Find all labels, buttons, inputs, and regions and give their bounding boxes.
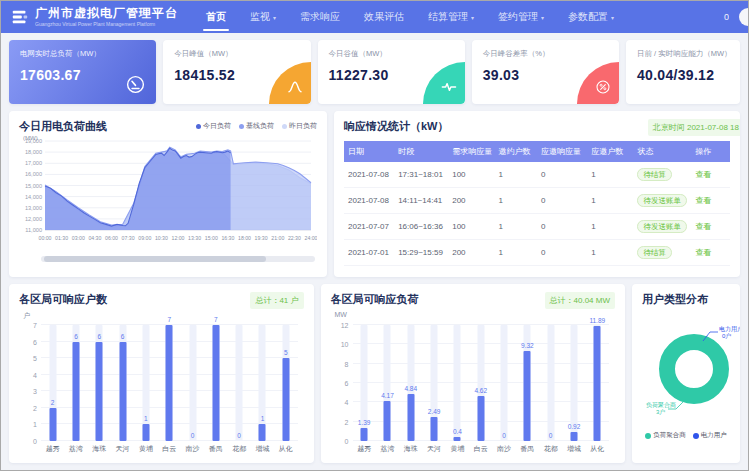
nav-item-label: 监视 (250, 10, 270, 24)
bar-fill (570, 432, 577, 441)
legend-item-负荷聚合商[interactable]: 负荷聚合商 (645, 431, 686, 440)
cell-period: 17:31~18:01 (394, 162, 448, 188)
table-row: 2021-07-0814:11~14:41200101待发送账单查看 (344, 188, 730, 214)
view-link[interactable]: 查看 (695, 196, 711, 205)
bar-fill (361, 428, 368, 441)
bar-黄埔: 0.4 (446, 325, 469, 441)
district-load-card: 各区局可响应负荷 总计：40.04 MW MW0246810121.394.17… (321, 284, 626, 463)
svg-text:14,000: 14,000 (25, 194, 42, 200)
nav-item-6[interactable]: 参数配置▾ (556, 1, 626, 33)
svg-text:16:30: 16:30 (221, 235, 234, 241)
cell-resp_users: 1 (587, 188, 633, 214)
kpi-card-today-peak: 今日峰值（MW）18415.52 (163, 40, 310, 104)
view-link[interactable]: 查看 (695, 222, 711, 231)
kpi-label: 日前 / 实时响应能力（MW） (637, 49, 729, 59)
app-title: 广州市虚拟电厂管理平台 (35, 7, 178, 20)
bar-value-label: 5 (268, 349, 303, 356)
bar-track (236, 325, 243, 441)
cell-invited: 1 (495, 214, 537, 240)
user-type-legend: 负荷聚合商电力用户 (642, 431, 730, 440)
bar-track (547, 325, 554, 441)
legend-item-今日负荷[interactable]: 今日负荷 (196, 121, 231, 131)
cell-demand: 200 (448, 188, 494, 214)
bar-白云: 4.62 (469, 325, 492, 441)
gauge-icon (125, 74, 146, 95)
nav-item-2[interactable]: 需求响应 (288, 1, 352, 33)
bar-fill (72, 342, 79, 441)
district-users-title: 各区局可响应户数 (19, 292, 107, 307)
main-nav: 首页监视▾需求响应效果评估结算管理▾签约管理▾参数配置▾ (194, 1, 626, 33)
nav-item-0[interactable]: 首页 (194, 1, 238, 33)
svg-text:13:30: 13:30 (188, 235, 201, 241)
legend-dot (282, 124, 287, 129)
chevron-down-icon: ▾ (541, 14, 544, 21)
bar-海珠: 4.84 (399, 325, 422, 441)
view-link[interactable]: 查看 (695, 248, 711, 257)
view-link[interactable]: 查看 (695, 170, 711, 179)
bar-plot-area: 0246810121.394.174.842.490.44.6209.3200.… (353, 325, 610, 441)
legend-label: 负荷聚合商 (653, 431, 686, 440)
cell-date: 2021-07-08 (344, 188, 394, 214)
svg-text:负荷聚合商: 负荷聚合商 (646, 401, 676, 409)
cell-period: 16:06~16:36 (394, 214, 448, 240)
column-header: 应邀响应量 (537, 141, 587, 162)
kpi-row: 电网实时总负荷（MW）17603.67今日峰值（MW）18415.52今日谷值（… (9, 40, 740, 104)
district-load-title: 各区局可响应负荷 (331, 292, 419, 307)
legend-label: 基线负荷 (246, 121, 274, 131)
bar-fill (431, 417, 438, 441)
load-curve-legend: 今日负荷基线负荷昨日负荷 (196, 121, 317, 131)
x-tick-label: 番禺 (516, 444, 539, 455)
cell-action: 查看 (691, 214, 730, 240)
svg-text:(MW): (MW) (23, 135, 38, 141)
y-tick-label: 6 (345, 380, 349, 387)
y-tick-label: 4 (345, 399, 349, 406)
bar-越秀: 2 (41, 325, 64, 441)
svg-text:18:00: 18:00 (238, 235, 251, 241)
nav-item-3[interactable]: 效果评估 (352, 1, 416, 33)
notification-count[interactable]: 0 (724, 12, 729, 22)
cell-action: 查看 (691, 162, 730, 188)
bar-value-label: 7 (152, 316, 187, 323)
nav-item-4[interactable]: 结算管理▾ (416, 1, 486, 33)
kpi-label: 电网实时总负荷（MW） (20, 49, 145, 59)
x-tick-label: 增城 (562, 444, 585, 455)
cell-action: 查看 (691, 240, 730, 266)
svg-text:01:30: 01:30 (55, 235, 68, 241)
x-tick-label: 天河 (422, 444, 445, 455)
x-tick-label: 海珠 (88, 444, 111, 455)
bar-fill (96, 342, 103, 441)
user-type-donut-chart: 电力用户0户负荷聚合商3户 (642, 311, 740, 427)
bar-越秀: 1.39 (353, 325, 376, 441)
y-axis-unit: MW (335, 311, 347, 318)
y-tick-label: 3 (33, 388, 37, 395)
legend-dot (645, 433, 651, 439)
nav-item-5[interactable]: 签约管理▾ (486, 1, 556, 33)
cell-period: 15:29~15:59 (394, 240, 448, 266)
x-tick-label: 黄埔 (134, 444, 157, 455)
chevron-down-icon: ▾ (611, 14, 614, 21)
legend-item-基线负荷[interactable]: 基线负荷 (239, 121, 274, 131)
x-tick-label: 荔湾 (376, 444, 399, 455)
x-tick-label: 南沙 (181, 444, 204, 455)
legend-item-昨日负荷[interactable]: 昨日负荷 (282, 121, 317, 131)
legend-item-电力用户[interactable]: 电力用户 (693, 431, 727, 440)
datazoom-slider[interactable] (41, 256, 315, 262)
nav-item-1[interactable]: 监视▾ (238, 1, 288, 33)
cell-status: 待结算 (633, 162, 691, 188)
bar-增城: 0.92 (562, 325, 585, 441)
bar-fill (259, 424, 266, 441)
cell-resp_users: 1 (587, 162, 633, 188)
nav-item-label: 需求响应 (300, 10, 340, 24)
avatar[interactable] (739, 8, 748, 26)
beijing-time-badge: 北京时间 2021-07-08 18 (648, 119, 740, 136)
status-badge: 待发送账单 (637, 220, 687, 233)
y-tick-label: 0 (33, 438, 37, 445)
bar-天河: 2.49 (422, 325, 445, 441)
cell-period: 14:11~14:41 (394, 188, 448, 214)
x-tick-label: 花都 (539, 444, 562, 455)
column-header: 时段 (394, 141, 448, 162)
table-row: 2021-07-0115:29~15:59200101待结算查看 (344, 240, 730, 266)
bar-fill (282, 358, 289, 441)
datazoom-range[interactable] (44, 256, 266, 262)
dashboard: 电网实时总负荷（MW）17603.67今日峰值（MW）18415.52今日谷值（… (1, 33, 748, 470)
